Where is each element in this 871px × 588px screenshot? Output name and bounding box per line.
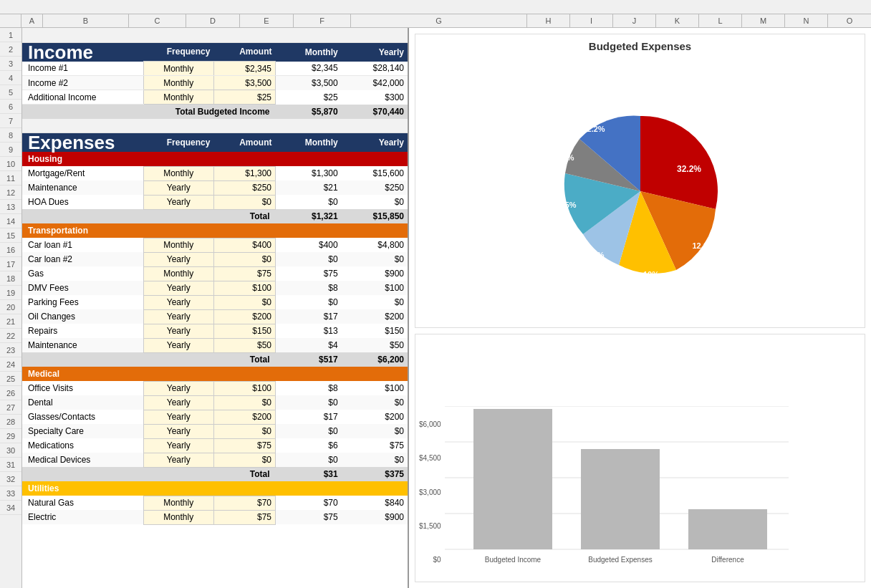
y-label-4500: $4,500: [419, 454, 441, 462]
electric-freq[interactable]: Monthly: [143, 510, 213, 524]
carloan2-freq[interactable]: Yearly: [143, 252, 213, 266]
row-3: 3: [0, 57, 21, 71]
gas-amount[interactable]: $75: [213, 266, 275, 281]
row-22: 22: [0, 329, 21, 343]
income1-label: Income #1: [22, 62, 143, 76]
specialty-freq[interactable]: Yearly: [143, 424, 213, 438]
dmv-yearly: $100: [342, 281, 408, 295]
hoa-monthly: $0: [275, 195, 341, 209]
carloan1-amount[interactable]: $400: [213, 238, 275, 252]
housing-category-row: Housing: [22, 152, 408, 166]
glasses-freq[interactable]: Yearly: [143, 410, 213, 424]
row-18: 18: [0, 271, 21, 286]
maintenance2-yearly: $50: [342, 338, 408, 352]
officevisits-amount[interactable]: $100: [213, 381, 275, 395]
oil-amount[interactable]: $200: [213, 309, 275, 324]
col-header-f: F: [294, 14, 351, 27]
expenses-freq-header: Frequency: [143, 133, 213, 153]
income-title: Income: [28, 42, 93, 63]
parking-freq[interactable]: Yearly: [143, 295, 213, 309]
pie-label-5: 8.5%: [558, 201, 576, 209]
bar-difference: [688, 509, 767, 549]
maintenance2-amount[interactable]: $50: [213, 338, 275, 352]
dmv-freq[interactable]: Yearly: [143, 281, 213, 295]
carloan1-freq[interactable]: Monthly: [143, 238, 213, 252]
income2-freq[interactable]: Monthly: [143, 76, 213, 90]
col-header-g: G: [351, 14, 527, 27]
hoa-freq[interactable]: Yearly: [143, 195, 213, 209]
table-row: [22, 28, 408, 42]
row-28: 28: [0, 415, 21, 429]
oil-yearly: $200: [342, 309, 408, 324]
dental-amount[interactable]: $0: [213, 395, 275, 410]
row-20: 20: [0, 300, 21, 314]
specialty-label: Specialty Care: [22, 424, 143, 438]
row-10: 10: [0, 157, 21, 171]
repairs-amount[interactable]: $150: [213, 324, 275, 338]
income1-freq[interactable]: Monthly: [143, 62, 213, 76]
repairs-freq[interactable]: Yearly: [143, 324, 213, 338]
mortgage-freq[interactable]: Monthly: [143, 166, 213, 180]
gas-freq[interactable]: Monthly: [143, 266, 213, 281]
dental-freq[interactable]: Yearly: [143, 395, 213, 410]
maintenance-amount[interactable]: $250: [213, 180, 275, 195]
dental-label: Dental: [22, 395, 143, 410]
income3-label: Additional Income: [22, 90, 143, 105]
col-header-d: D: [186, 14, 240, 27]
maintenance-yearly: $250: [342, 180, 408, 195]
medications-freq[interactable]: Yearly: [143, 438, 213, 453]
table-row: Electric Monthly $75 $75 $900: [22, 510, 408, 524]
col-header-n: N: [785, 14, 828, 27]
income-amount-header: Amount: [213, 42, 275, 62]
left-spreadsheet: Income Frequency Amount Monthly Yearly I…: [22, 28, 409, 588]
table-row: Gas Monthly $75 $75 $900: [22, 266, 408, 281]
row-13: 13: [0, 200, 21, 214]
glasses-amount[interactable]: $200: [213, 410, 275, 424]
row-2: 2: [0, 42, 21, 57]
medications-yearly: $75: [342, 438, 408, 453]
mortgage-amount[interactable]: $1,300: [213, 166, 275, 180]
dmv-label: DMV Fees: [22, 281, 143, 295]
medications-label: Medications: [22, 438, 143, 453]
row-31: 31: [0, 458, 21, 472]
bar-chart-area: $6,000 $4,500 $3,000 $1,500 $0: [419, 342, 861, 578]
parking-amount[interactable]: $0: [213, 295, 275, 309]
transport-category-row: Transportation: [22, 223, 408, 238]
bar-label-income: Budgeted Income: [484, 556, 541, 564]
row-25: 25: [0, 372, 21, 386]
electric-monthly: $75: [275, 510, 341, 524]
row-29: 29: [0, 429, 21, 443]
income3-amount[interactable]: $25: [213, 90, 275, 105]
medications-amount[interactable]: $75: [213, 438, 275, 453]
income2-amount[interactable]: $3,500: [213, 76, 275, 90]
specialty-amount[interactable]: $0: [213, 424, 275, 438]
naturalgas-yearly: $840: [342, 496, 408, 510]
pie-chart-area: 32.2% 12.6% 10% 7.4% 8.5% 3.3% 12.2%: [526, 58, 755, 324]
devices-amount[interactable]: $0: [213, 453, 275, 467]
carloan2-amount[interactable]: $0: [213, 252, 275, 266]
naturalgas-amount[interactable]: $70: [213, 496, 275, 510]
carloan1-yearly: $4,800: [342, 238, 408, 252]
table-row: Glasses/Contacts Yearly $200 $17 $200: [22, 410, 408, 424]
row-12: 12: [0, 185, 21, 200]
income3-freq[interactable]: Monthly: [143, 90, 213, 105]
naturalgas-freq[interactable]: Monthly: [143, 496, 213, 510]
income1-amount[interactable]: $2,345: [213, 62, 275, 76]
devices-freq[interactable]: Yearly: [143, 453, 213, 467]
income-total-monthly: $5,870: [275, 105, 341, 119]
income-total-label: Total Budgeted Income: [22, 105, 275, 119]
oil-freq[interactable]: Yearly: [143, 309, 213, 324]
col-header-e: E: [240, 14, 294, 27]
maintenance2-freq[interactable]: Yearly: [143, 338, 213, 352]
pie-chart-svg: 32.2% 12.6% 10% 7.4% 8.5% 3.3% 12.2%: [526, 95, 755, 288]
maintenance-monthly: $21: [275, 180, 341, 195]
hoa-amount[interactable]: $0: [213, 195, 275, 209]
glasses-yearly: $200: [342, 410, 408, 424]
officevisits-freq[interactable]: Yearly: [143, 381, 213, 395]
electric-amount[interactable]: $75: [213, 510, 275, 524]
dmv-amount[interactable]: $100: [213, 281, 275, 295]
income2-monthly: $3,500: [275, 76, 341, 90]
carloan2-yearly: $0: [342, 252, 408, 266]
maintenance-freq[interactable]: Yearly: [143, 180, 213, 195]
row-1: 1: [0, 28, 21, 42]
